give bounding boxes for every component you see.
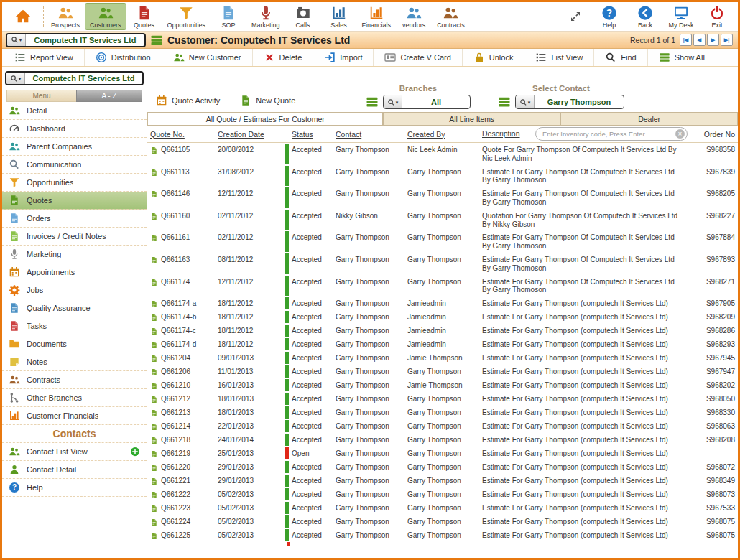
branches-dropdown[interactable]: ▾ All [383, 95, 471, 109]
table-row[interactable]: Q661105 20/08/2012 Accepted Garry Thomps… [150, 143, 735, 165]
table-row[interactable]: Q661210 16/01/2013 Accepted Garry Thomps… [150, 378, 735, 392]
expand-icon[interactable] [560, 3, 591, 30]
toolbar-item-exit[interactable]: Exit [699, 3, 735, 30]
cell-quote-no[interactable]: Q661224 [161, 518, 190, 526]
toolbar-item-customers[interactable]: Customers [85, 3, 126, 30]
cell-quote-no[interactable]: Q661221 [161, 477, 190, 485]
cell-quote-no[interactable]: Q661225 [161, 531, 190, 539]
table-row[interactable]: Q661163 08/11/2012 Accepted Garry Thomps… [150, 253, 735, 275]
column-header-quote-no[interactable]: Quote No. [150, 130, 218, 139]
cell-quote-no[interactable]: Q661218 [161, 436, 190, 444]
selector-search-button[interactable]: ▾ [6, 73, 25, 84]
sidebar-tab-a-z[interactable]: A - Z [76, 90, 142, 102]
table-row[interactable]: Q661174 12/11/2012 Accepted Garry Thomps… [150, 275, 735, 297]
table-row[interactable]: Q661225 05/02/2013 Accepted Garry Thomps… [150, 528, 735, 542]
toolbar-item-sop[interactable]: SOP [211, 3, 246, 30]
action-button-show-all[interactable]: Show All [648, 49, 716, 66]
quote-action-button-new-quote[interactable]: New Quote [240, 95, 295, 106]
table-row[interactable]: Q661221 29/01/2013 Accepted Garry Thomps… [150, 474, 735, 487]
toolbar-item-quotes[interactable]: Quotes [126, 3, 162, 30]
cell-quote-no[interactable]: Q661160 [161, 212, 190, 220]
sidebar-item-orders[interactable]: Orders [2, 210, 147, 228]
column-header-created-by[interactable]: Created By [407, 130, 482, 139]
cell-quote-no[interactable]: Q661219 [161, 449, 190, 457]
sidebar-item-appointments[interactable]: Appointments [2, 263, 147, 281]
action-button-create-v-card[interactable]: Create V Card [374, 49, 462, 66]
cell-quote-no[interactable]: Q661146 [161, 190, 190, 197]
cell-quote-no[interactable]: Q661214 [161, 422, 190, 430]
contact-dropdown[interactable]: ▾ Garry Thompson [515, 95, 624, 109]
column-header-creation-date[interactable]: Creation Date [218, 130, 284, 139]
cell-quote-no[interactable]: Q661163 [161, 256, 190, 263]
sidebar-item-communication[interactable]: Communication [2, 156, 147, 174]
table-row[interactable]: Q661224 05/02/2013 Accepted Garry Thomps… [150, 515, 735, 528]
toolbar-item-prospects[interactable]: Prospects [46, 3, 85, 30]
table-row[interactable]: Q661223 05/02/2013 Accepted Garry Thomps… [150, 501, 735, 515]
toolbar-item-marketing[interactable]: Marketing [246, 3, 285, 30]
sidebar-item-help[interactable]: Help [2, 479, 147, 497]
table-row[interactable]: Q661213 18/01/2013 Accepted Garry Thomps… [150, 406, 735, 419]
sidebar-item-opportunities[interactable]: Opportunities [2, 174, 147, 192]
sidebar-item-quotes[interactable]: Quotes [2, 192, 147, 210]
table-row[interactable]: Q661174-d 18/11/2012 Accepted Garry Thom… [150, 337, 735, 351]
cell-quote-no[interactable]: Q661204 [161, 354, 190, 362]
sidebar-item-marketing[interactable]: Marketing [2, 246, 147, 263]
table-row[interactable]: Q661218 24/01/2014 Accepted Garry Thomps… [150, 433, 735, 447]
sidebar-item-other-branches[interactable]: Other Branches [2, 389, 147, 407]
toolbar-item-my-desk[interactable]: My Desk [663, 3, 699, 30]
cell-quote-no[interactable]: Q661174-d [161, 340, 196, 348]
table-row[interactable]: Q661174-c 18/11/2012 Accepted Garry Thom… [150, 324, 735, 337]
toolbar-item-financials[interactable]: Financials [357, 3, 397, 30]
cell-quote-no[interactable]: Q661210 [161, 381, 190, 389]
action-button-unlock[interactable]: Unlock [463, 49, 525, 66]
sidebar-item-detail[interactable]: Detail [2, 102, 147, 120]
cell-quote-no[interactable]: Q661174-c [161, 327, 196, 335]
toolbar-item-help[interactable]: Help [591, 3, 627, 30]
action-button-report-view[interactable]: Report View [4, 49, 85, 66]
sidebar-item-contact-detail[interactable]: Contact Detail [2, 461, 147, 479]
sidebar-item-dashboard[interactable]: Dashboard [2, 120, 147, 138]
toolbar-item-vendors[interactable]: vendors [396, 3, 432, 30]
add-contact-icon[interactable] [130, 447, 140, 457]
first-record-button[interactable]: |◀ [680, 34, 692, 46]
customer-selector[interactable]: ▾ Computech IT Services Ltd [6, 33, 146, 47]
tab-all-line-items[interactable]: All Line Items [383, 112, 560, 125]
table-row[interactable]: Q661161 02/11/2012 Accepted Garry Thomps… [150, 230, 735, 253]
sidebar-item-invoices-credit-notes[interactable]: Invoices / Credit Notes [2, 228, 147, 246]
inventory-search-input[interactable] [542, 130, 675, 138]
table-row[interactable]: Q661146 12/11/2012 Accepted Garry Thomps… [150, 187, 735, 209]
toolbar-item-back[interactable]: Back [627, 3, 663, 30]
quote-action-button-quote-activity[interactable]: Quote Activity [156, 95, 220, 106]
cell-quote-no[interactable]: Q661174 [161, 278, 190, 286]
sidebar-item-jobs[interactable]: Jobs [2, 281, 147, 299]
table-row[interactable]: Q661174-b 18/11/2012 Accepted Garry Thom… [150, 310, 735, 324]
toolbar-item-calls[interactable]: Calls [285, 3, 321, 30]
table-row[interactable]: Q661219 25/01/2013 Open Garry Thompson G… [150, 447, 735, 460]
sidebar-item-customer-financials[interactable]: Customer Financials [2, 407, 147, 425]
sidebar-tab-menu[interactable]: Menu [6, 90, 76, 102]
dropdown-search-button[interactable]: ▾ [384, 95, 402, 108]
tab-dealer[interactable]: Dealer [560, 112, 738, 125]
table-row[interactable]: Q661222 05/02/2013 Accepted Garry Thomps… [150, 487, 735, 501]
toolbar-item-opportunities[interactable]: Opportunities [162, 3, 211, 30]
column-header-contact[interactable]: Contact [336, 130, 407, 139]
sidebar-item-tasks[interactable]: Tasks [2, 317, 147, 335]
sidebar-item-contact-list-view[interactable]: Contact List View [2, 443, 147, 461]
toolbar-item-contracts[interactable]: Contracts [432, 3, 470, 30]
cell-quote-no[interactable]: Q661113 [161, 168, 190, 176]
table-row[interactable]: Q661220 29/01/2013 Accepted Garry Thomps… [150, 460, 735, 474]
sidebar-item-parent-companies[interactable]: Parent Companies [2, 138, 147, 156]
dropdown-search-button[interactable]: ▾ [516, 95, 535, 108]
cell-quote-no[interactable]: Q661174-a [161, 299, 196, 307]
sidebar-item-documents[interactable]: Documents [2, 335, 147, 353]
cell-quote-no[interactable]: Q661105 [161, 146, 190, 154]
next-record-button[interactable]: ▶ [707, 34, 719, 46]
cell-quote-no[interactable]: Q661212 [161, 395, 190, 403]
cell-quote-no[interactable]: Q661174-b [161, 313, 196, 321]
home-button[interactable] [5, 3, 41, 30]
sidebar-item-notes[interactable]: Notes [2, 353, 147, 371]
table-row[interactable]: Q661113 31/08/2012 Accepted Garry Thomps… [150, 165, 735, 187]
clear-search-icon[interactable]: × [675, 129, 685, 139]
cell-quote-no[interactable]: Q661206 [161, 368, 190, 375]
table-row[interactable]: Q661214 22/01/2013 Accepted Garry Thomps… [150, 419, 735, 433]
